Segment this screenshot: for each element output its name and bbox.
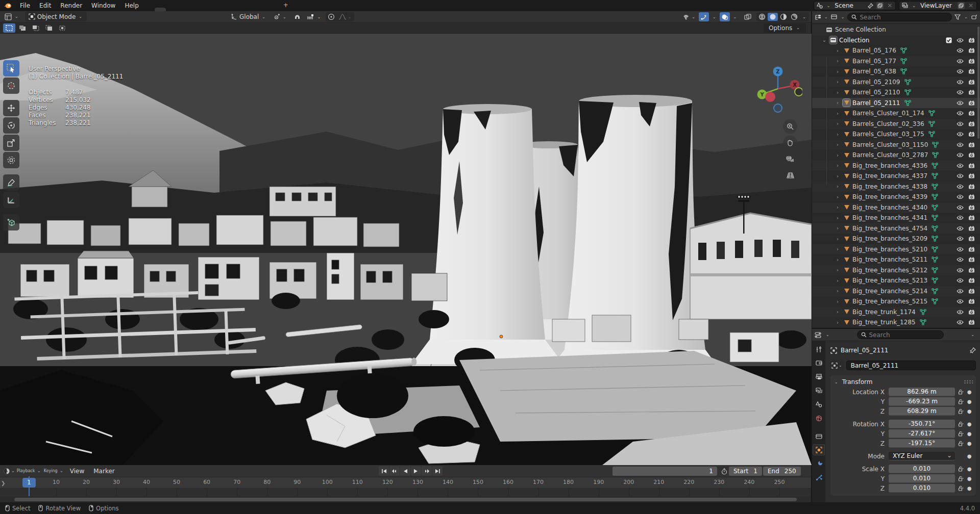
lock-icon[interactable] [955, 476, 966, 482]
camera-visibility-icon[interactable] [968, 184, 975, 189]
mesh-object-icon[interactable] [843, 235, 850, 243]
gizmo-z-axis[interactable]: Z [776, 69, 779, 74]
tab-collection[interactable] [813, 431, 824, 441]
workspace-tab[interactable] [233, 8, 244, 11]
animate-dot-icon[interactable]: ● [966, 466, 972, 472]
expand-icon[interactable]: › [835, 184, 841, 189]
value-field[interactable]: -27.617° [889, 429, 955, 438]
tool-measure[interactable] [3, 192, 19, 208]
outliner-object-row[interactable]: › Barrels_Cluster_03_1150 [812, 140, 980, 150]
outliner-object-row[interactable]: › Barrel_05_2109 [812, 77, 980, 88]
outliner-object-row[interactable]: › Big_tree_branches_5209 [812, 234, 980, 244]
animate-dot-icon[interactable]: ● [966, 476, 972, 481]
camera-visibility-icon[interactable] [968, 205, 975, 210]
gizmo-dropdown[interactable]: ⌄ [710, 12, 719, 21]
camera-visibility-icon[interactable] [968, 257, 975, 262]
value-field[interactable]: -350.71° [889, 420, 955, 428]
outliner-object-row[interactable]: › Barrel_05_2111 [812, 98, 980, 109]
outliner-object-row[interactable]: › [812, 328, 980, 328]
mesh-object-icon[interactable] [843, 266, 850, 274]
menu-item[interactable]: Render [56, 2, 87, 9]
expand-icon[interactable]: › [835, 173, 841, 179]
transform-panel-header[interactable]: ⌄ Transform [834, 377, 973, 387]
value-field[interactable]: 0.010 [889, 474, 955, 483]
expand-icon[interactable]: › [835, 267, 841, 273]
workspace-tab[interactable] [200, 8, 211, 11]
remove-viewlayer-icon[interactable]: ✕ [967, 2, 974, 9]
camera-visibility-icon[interactable] [968, 90, 975, 95]
camera-visibility-icon[interactable] [968, 38, 975, 43]
expand-icon[interactable]: › [835, 163, 841, 168]
outliner-object-row[interactable]: › Big_tree_branches_4339 [812, 192, 980, 202]
mesh-object-icon[interactable] [843, 162, 850, 169]
shading-dropdown[interactable]: ⌄ [800, 13, 808, 21]
filter-icon[interactable] [954, 14, 961, 21]
overlays-dropdown[interactable]: ⌄ [731, 12, 740, 21]
value-field[interactable]: 608.29 m [889, 407, 955, 416]
shading-wireframe-button[interactable] [757, 13, 767, 21]
workspace-tab[interactable] [188, 8, 200, 11]
value-field[interactable]: XYZ Euler [889, 452, 955, 460]
outliner-object-row[interactable]: › Big_tree_branches_4754 [812, 223, 980, 234]
expand-icon[interactable]: › [835, 58, 841, 64]
expand-icon[interactable]: › [835, 152, 841, 158]
checkbox-icon[interactable] [946, 37, 952, 43]
animate-dot-icon[interactable]: ● [966, 421, 972, 427]
stopwatch-icon[interactable] [721, 468, 728, 475]
current-frame-field[interactable]: 1 [612, 467, 717, 476]
workspace-tab[interactable] [244, 8, 256, 11]
breadcrumb-object-name[interactable]: Barrel_05_2111 [841, 347, 889, 354]
camera-visibility-icon[interactable] [968, 299, 975, 304]
hide-eye-icon[interactable] [957, 100, 964, 106]
mesh-object-icon[interactable] [843, 183, 850, 190]
outliner-object-row[interactable]: › Big_tree_branches_5211 [812, 254, 980, 265]
menu-item[interactable]: Window [87, 2, 120, 9]
timeline-menu-item[interactable]: View [65, 466, 89, 477]
value-field[interactable]: 0.010 [889, 465, 955, 473]
hide-eye-icon[interactable] [957, 320, 964, 325]
tool-transform[interactable] [3, 152, 19, 168]
mesh-object-icon[interactable] [843, 203, 850, 211]
mesh-object-icon[interactable] [843, 214, 850, 222]
snap-settings[interactable]: ⌄ [305, 12, 325, 22]
animate-dot-icon[interactable]: ● [966, 408, 972, 414]
hide-eye-icon[interactable] [957, 278, 964, 283]
outliner-object-row[interactable]: › Big_tree_branches_5212 [812, 265, 980, 276]
camera-visibility-icon[interactable] [968, 310, 975, 315]
mesh-object-icon[interactable] [843, 256, 850, 264]
expand-icon[interactable]: › [835, 278, 841, 284]
lock-icon[interactable] [955, 408, 966, 415]
hide-eye-icon[interactable] [957, 310, 964, 315]
collapse-icon[interactable]: ⌄ [821, 37, 827, 43]
camera-visibility-icon[interactable] [968, 121, 975, 126]
show-gizmo-toggle[interactable] [699, 12, 709, 21]
outliner-object-row[interactable]: › Barrel_05_176 [812, 45, 980, 56]
expand-icon[interactable]: › [835, 111, 841, 116]
tool-select-box[interactable] [3, 60, 19, 76]
expand-icon[interactable]: › [835, 320, 841, 325]
expand-icon[interactable]: › [835, 48, 841, 54]
hide-eye-icon[interactable] [957, 257, 964, 262]
hide-eye-icon[interactable] [957, 121, 964, 126]
camera-visibility-icon[interactable] [968, 152, 975, 158]
hide-eye-icon[interactable] [957, 236, 964, 241]
outliner-object-row[interactable]: › Big_tree_trunk_1285 [812, 317, 980, 328]
mesh-object-icon[interactable] [843, 172, 850, 180]
scene-collection-row[interactable]: Scene Collection [812, 24, 980, 35]
mesh-object-icon[interactable] [843, 319, 850, 326]
panel-grip-icon[interactable] [964, 380, 973, 384]
expand-icon[interactable]: › [835, 215, 841, 221]
hide-eye-icon[interactable] [957, 163, 964, 168]
object-name-field[interactable]: Barrel_05_2111 [846, 361, 976, 370]
hide-eye-icon[interactable] [957, 226, 964, 231]
unlink-scene-icon[interactable]: ✕ [886, 2, 893, 9]
value-field[interactable]: 862.96 m [889, 388, 955, 396]
select-mode-subtract[interactable] [30, 23, 42, 33]
shading-material-button[interactable] [778, 13, 789, 21]
animate-dot-icon[interactable]: ● [966, 399, 972, 404]
animate-dot-icon[interactable]: ● [966, 441, 972, 446]
outliner-object-row[interactable]: › Barrels_Cluster_01_174 [812, 108, 980, 119]
hide-eye-icon[interactable] [957, 289, 964, 294]
mesh-object-icon[interactable] [843, 131, 850, 138]
camera-visibility-icon[interactable] [968, 268, 975, 273]
